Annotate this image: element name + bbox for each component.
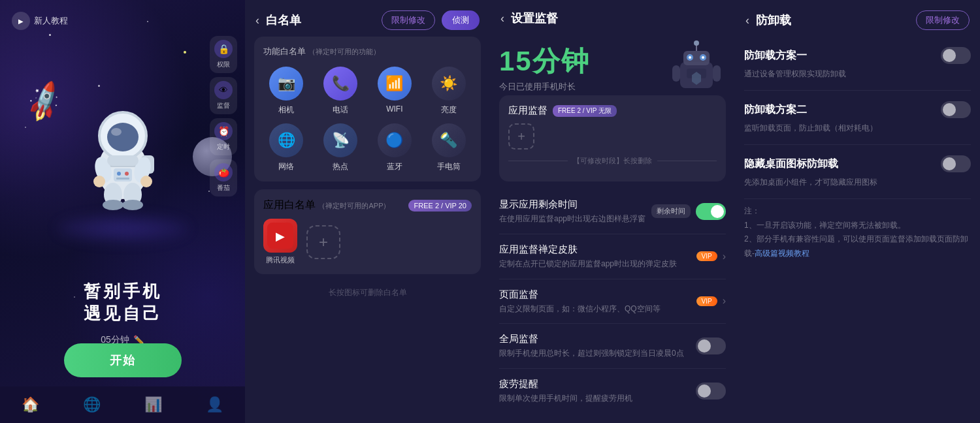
monitor-back-btn[interactable]: ‹ <box>500 12 504 25</box>
anti-solution-2-header: 防卸载方案二 <box>744 101 971 118</box>
anti-hide-icon-title: 隐藏桌面图标防卸载 <box>744 157 838 171</box>
notes-text: 注： 1、一旦开启该功能，禅定空间将无法被卸载。 2、部分手机有兼容性问题，可以… <box>744 204 971 260</box>
page-monitor-left: 页面监督 自定义限制页面，如：微信小程序、QQ空间等 <box>499 289 696 315</box>
nav-stats[interactable]: 📊 <box>134 391 172 418</box>
svg-point-27 <box>702 56 704 59</box>
anti-limit-btn[interactable]: 限制修改 <box>916 10 970 30</box>
anti-back-btn[interactable]: ‹ <box>745 14 749 27</box>
app-skin-row: 应用监督禅定皮肤 定制在点开已锁定的应用监督app时出现的弹定皮肤 VIP › <box>499 234 726 279</box>
anti-solution-2-desc: 监听卸载页面，防止卸载（相对耗电） <box>744 122 971 134</box>
right-sidebar: 🔒 权限 👁 监督 ⏰ 定时 🍅 番茄 <box>210 36 237 196</box>
torch-icon: 🔦 <box>432 123 466 157</box>
app-skin-desc: 定制在点开已锁定的应用监督app时出现的弹定皮肤 <box>499 258 696 270</box>
whitelist-limit-btn[interactable]: 限制修改 <box>382 10 435 30</box>
svg-rect-15 <box>107 155 139 166</box>
svg-point-9 <box>140 176 152 187</box>
remaining-badge: 剩余时间 <box>651 204 691 218</box>
phone-icon: 📞 <box>323 67 357 101</box>
svg-rect-19 <box>116 178 129 180</box>
monitor-top: 15分钟 今日已使用手机时长 <box>499 33 726 95</box>
app-skin-title: 应用监督禅定皮肤 <box>499 243 696 256</box>
feature-camera[interactable]: 📷 相机 <box>263 67 310 116</box>
sidebar-btn-tomato[interactable]: 🍅 番茄 <box>210 159 237 196</box>
sidebar-btn-permission[interactable]: 🔒 权限 <box>210 36 237 73</box>
app-monitor-row-header: 应用监督 FREE 2 / VIP 无限 <box>508 104 717 117</box>
home-title: 暂别手机 遇见自己 <box>84 281 162 325</box>
anti-solution-1-row: 防卸载方案一 通过设备管理权限实现防卸载 <box>744 37 971 91</box>
app-whitelist-card: 应用白名单 （禅定时可用的APP） FREE 2 / VIP 20 ▶ 腾讯视频… <box>254 189 481 274</box>
feature-hotspot[interactable]: 📡 热点 <box>318 123 364 172</box>
anti-hide-icon-toggle[interactable] <box>941 155 971 172</box>
nav-home[interactable]: 🏠 <box>11 391 50 418</box>
sidebar-btn-timer[interactable]: ⏰ 定时 <box>210 118 237 155</box>
tomato-icon: 🍅 <box>214 163 233 181</box>
start-button[interactable]: 开始 <box>64 343 182 377</box>
divider-line-right <box>657 161 717 161</box>
remaining-time-toggle[interactable] <box>696 203 726 220</box>
feature-torch[interactable]: 🔦 手电筒 <box>425 123 472 172</box>
wifi-icon: 📶 <box>378 67 412 101</box>
fatigue-toggle[interactable] <box>696 383 726 400</box>
app-whitelist-sub: （禅定时可用的APP） <box>318 202 390 210</box>
remaining-time-title: 显示应用剩余时间 <box>499 198 651 211</box>
whitelist-header: ‹ 白名单 限制修改 侦测 <box>245 0 490 37</box>
tencent-video-label: 腾讯视频 <box>266 255 295 265</box>
profile-nav-icon: 👤 <box>206 396 223 413</box>
nav-profile[interactable]: 👤 <box>195 391 234 418</box>
monitor-header: ‹ 设置监督 <box>490 0 735 33</box>
func-whitelist-sub: （禅定时可用的功能） <box>308 48 380 55</box>
svg-text:▶: ▶ <box>276 230 285 243</box>
anti-solution-1-desc: 通过设备管理权限实现防卸载 <box>744 68 971 80</box>
page-monitor-title: 页面监督 <box>499 289 696 301</box>
title-line2: 遇见自己 <box>84 303 162 325</box>
title-line1: 暂别手机 <box>84 281 162 303</box>
permission-icon: 🔒 <box>214 40 233 58</box>
app-monitor-section: 应用监督 FREE 2 / VIP 无限 + 【可修改时段】长按删除 <box>499 95 726 181</box>
video-tutorial-link[interactable]: 高级篇视频教程 <box>755 249 809 258</box>
feature-grid: 📷 相机 📞 电话 📶 WIFI ☀️ 亮度 🌐 网络 <box>263 67 472 172</box>
sidebar-btn-monitor[interactable]: 👁 监督 <box>210 77 237 114</box>
nav-explore[interactable]: 🌐 <box>73 391 111 418</box>
add-monitor-app-btn[interactable]: + <box>508 123 534 149</box>
notes-section: 注： 1、一旦开启该功能，禅定空间将无法被卸载。 2、部分手机有兼容性问题，可以… <box>744 204 971 260</box>
anti-solution-2-row: 防卸载方案二 监听卸载页面，防止卸载（相对耗电） <box>744 91 971 145</box>
app-tencent-video[interactable]: ▶ 腾讯视频 <box>263 219 297 265</box>
tencent-video-icon: ▶ <box>263 219 297 253</box>
anti-content: 防卸载方案一 通过设备管理权限实现防卸载 防卸载方案二 监听卸载页面，防止卸载（… <box>735 37 980 423</box>
stats-nav-icon: 📊 <box>144 396 162 413</box>
anti-hide-icon-header: 隐藏桌面图标防卸载 <box>744 155 971 172</box>
whitelist-detect-btn[interactable]: 侦测 <box>442 10 480 30</box>
anti-solution-2-toggle[interactable] <box>941 101 971 118</box>
feature-brightness[interactable]: ☀️ 亮度 <box>425 67 472 116</box>
svg-point-8 <box>93 176 105 187</box>
page-monitor-chevron[interactable]: › <box>723 295 726 307</box>
whitelist-back-btn[interactable]: ‹ <box>255 14 259 27</box>
remaining-time-left: 显示应用剩余时间 在使用应用监督app时出现右边图样悬浮窗 <box>499 198 651 225</box>
home-nav-icon: 🏠 <box>22 396 39 413</box>
monitor-label: 监督 <box>217 101 230 110</box>
fatigue-left: 疲劳提醒 限制单次使用手机时间，提醒疲劳用机 <box>499 378 696 404</box>
feature-bluetooth[interactable]: 🔵 蓝牙 <box>372 123 418 172</box>
func-whitelist-title: 功能白名单 <box>263 46 306 56</box>
feature-network[interactable]: 🌐 网络 <box>263 123 310 172</box>
network-icon: 🌐 <box>269 123 303 157</box>
hotspot-label: 热点 <box>333 161 348 172</box>
app-whitelist-title: 应用白名单 （禅定时可用的APP） <box>263 198 390 212</box>
anti-solution-1-toggle[interactable] <box>941 47 971 64</box>
monitor-title: 设置监督 <box>511 10 725 26</box>
global-monitor-toggle[interactable] <box>696 337 726 354</box>
add-app-button[interactable]: + <box>306 225 340 259</box>
brightness-label: 亮度 <box>441 104 457 116</box>
app-skin-chevron[interactable]: › <box>723 251 726 262</box>
anti-solution-2-title: 防卸载方案二 <box>744 103 807 117</box>
remaining-time-right: 剩余时间 <box>651 203 726 220</box>
feature-wifi[interactable]: 📶 WIFI <box>372 67 418 116</box>
remaining-time-desc: 在使用应用监督app时出现右边图样悬浮窗 <box>499 213 651 225</box>
feature-phone[interactable]: 📞 电话 <box>318 67 364 116</box>
app-whitelist-header: 应用白名单 （禅定时可用的APP） FREE 2 / VIP 20 <box>263 198 472 212</box>
astronaut-svg <box>71 85 175 215</box>
tutorial-button[interactable]: ▶ 新人教程 <box>12 12 68 30</box>
divider-line-left <box>508 161 568 161</box>
svg-point-18 <box>125 172 129 176</box>
monitor-content: 15分钟 今日已使用手机时长 <box>490 33 735 423</box>
